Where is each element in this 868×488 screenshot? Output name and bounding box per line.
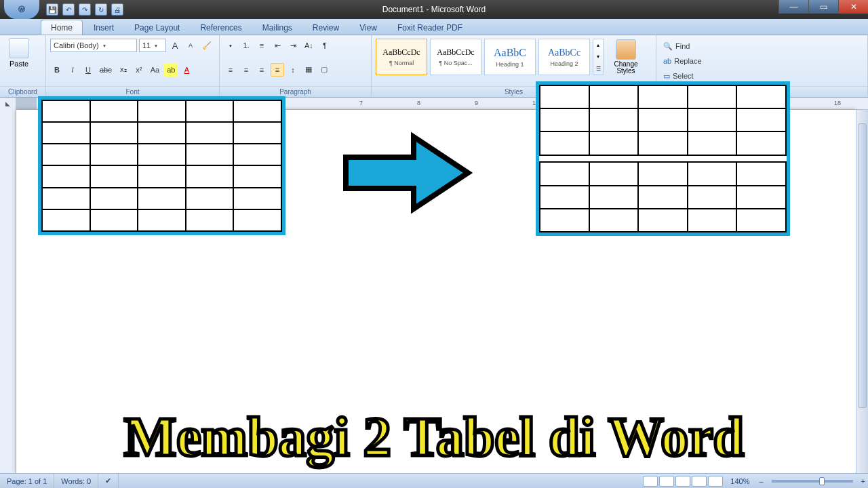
multilevel-button[interactable]: ≡ <box>255 39 269 52</box>
paste-button[interactable]: Paste <box>4 38 34 68</box>
underline-button[interactable]: U <box>81 63 95 77</box>
increase-indent-button[interactable]: ⇥ <box>286 39 300 52</box>
align-left-button[interactable]: ≡ <box>224 63 237 77</box>
group-clipboard-label: Clipboard <box>0 86 45 97</box>
highlight-button[interactable]: ab <box>164 63 178 77</box>
tab-home[interactable]: Home <box>41 20 83 35</box>
style-nospacing[interactable]: AaBbCcDc¶ No Spac... <box>430 39 481 75</box>
strike-button[interactable]: abc <box>97 63 115 77</box>
view-web-layout-button[interactable] <box>675 476 690 487</box>
window-title: Document1 - Microsoft Word <box>382 5 486 14</box>
clear-format-button[interactable]: 🧹 <box>199 39 214 52</box>
view-draft-button[interactable] <box>708 476 723 487</box>
zoom-slider[interactable] <box>772 480 853 483</box>
zoom-level[interactable]: 140% <box>724 474 756 488</box>
status-proof-icon[interactable]: ✔ <box>98 474 119 488</box>
font-family-select[interactable]: Calibri (Body)▾ <box>50 39 137 52</box>
show-marks-button[interactable]: ¶ <box>318 39 332 52</box>
status-bar: Page: 1 of 1 Words: 0 ✔ 140% – + <box>0 473 868 488</box>
styles-more-button[interactable]: ▴▾☰ <box>593 39 604 75</box>
align-center-button[interactable]: ≡ <box>239 63 253 77</box>
qat-redo-icon[interactable]: ↷ <box>79 3 91 16</box>
bullets-button[interactable]: • <box>224 39 237 52</box>
shrink-font-button[interactable]: A <box>184 39 197 52</box>
find-button[interactable]: 🔍Find <box>660 39 863 53</box>
zoom-in-button[interactable]: + <box>859 474 868 488</box>
tab-insert[interactable]: Insert <box>84 20 123 35</box>
align-justify-button[interactable]: ≡ <box>271 63 284 77</box>
ruler-corner[interactable]: ◣ <box>0 98 16 110</box>
zoom-slider-knob[interactable] <box>819 477 825 485</box>
group-clipboard: Paste Clipboard <box>0 35 46 97</box>
decrease-indent-button[interactable]: ⇤ <box>271 39 284 52</box>
sort-button[interactable]: A↓ <box>302 39 316 52</box>
style-heading1[interactable]: AaBbCHeading 1 <box>484 39 536 75</box>
status-words[interactable]: Words: 0 <box>54 474 98 488</box>
arrow-icon <box>339 129 475 217</box>
paste-label: Paste <box>9 60 28 68</box>
borders-button[interactable]: ▢ <box>317 63 331 77</box>
qat-print-icon[interactable]: 🖨 <box>111 3 123 16</box>
replace-button[interactable]: abReplace <box>660 54 863 68</box>
paste-icon <box>9 38 29 58</box>
ruler-mark: 7 <box>359 100 363 106</box>
group-font-label: Font <box>46 86 219 97</box>
tab-review[interactable]: Review <box>303 20 349 35</box>
change-case-button[interactable]: Aa <box>148 63 162 77</box>
style-heading2[interactable]: AaBbCcHeading 2 <box>538 39 590 75</box>
shading-button[interactable]: ▦ <box>302 63 315 77</box>
tab-references[interactable]: References <box>191 20 251 35</box>
select-button[interactable]: ▭Select <box>660 69 863 83</box>
bold-button[interactable]: B <box>50 63 64 77</box>
grow-font-button[interactable]: A <box>168 39 182 52</box>
style-normal[interactable]: AaBbCcDc¶ Normal <box>376 39 427 75</box>
demo-table-after <box>536 81 790 236</box>
change-styles-icon <box>616 39 636 60</box>
group-font: Calibri (Body)▾ 11▾ A A 🧹 B I U abc x₂ x… <box>46 35 220 97</box>
font-color-button[interactable]: A <box>180 63 193 77</box>
svg-marker-0 <box>346 137 468 209</box>
view-outline-button[interactable] <box>692 476 707 487</box>
title-bar: Ⓦ 💾 ↶ ↷ ↻ 🖨 Document1 - Microsoft Word —… <box>0 0 868 19</box>
tab-view[interactable]: View <box>350 20 387 35</box>
line-spacing-button[interactable]: ↕ <box>286 63 300 77</box>
qat-repeat-icon[interactable]: ↻ <box>95 3 107 16</box>
maximize-button[interactable]: ▭ <box>808 0 838 14</box>
change-styles-button[interactable]: Change Styles <box>606 39 646 75</box>
view-full-screen-button[interactable] <box>659 476 674 487</box>
qat-save-icon[interactable]: 💾 <box>46 3 58 16</box>
tab-page-layout[interactable]: Page Layout <box>125 20 189 35</box>
overlay-caption: Membagi 2 Tabel di Word <box>0 405 868 469</box>
minimize-button[interactable]: — <box>778 0 808 14</box>
scrollbar-thumb[interactable] <box>858 123 867 408</box>
group-paragraph-label: Paragraph <box>220 86 371 97</box>
zoom-out-button[interactable]: – <box>756 474 766 488</box>
office-button[interactable]: Ⓦ <box>4 0 39 19</box>
font-size-select[interactable]: 11▾ <box>139 39 166 52</box>
ruler-mark: 9 <box>475 100 478 106</box>
ruler-mark: 8 <box>417 100 420 106</box>
align-right-button[interactable]: ≡ <box>255 63 269 77</box>
close-button[interactable]: ✕ <box>838 0 868 14</box>
ribbon-tabs: Home Insert Page Layout References Maili… <box>0 19 868 35</box>
tab-mailings[interactable]: Mailings <box>253 20 302 35</box>
group-paragraph: • 1. ≡ ⇤ ⇥ A↓ ¶ ≡ ≡ ≡ ≡ ↕ ▦ ▢ Paragraph <box>220 35 372 97</box>
quick-access-toolbar: 💾 ↶ ↷ ↻ 🖨 <box>46 3 123 16</box>
view-print-layout-button[interactable] <box>643 476 658 487</box>
numbering-button[interactable]: 1. <box>239 39 253 52</box>
status-page[interactable]: Page: 1 of 1 <box>0 474 54 488</box>
italic-button[interactable]: I <box>66 63 79 77</box>
demo-table-before <box>38 96 285 235</box>
superscript-button[interactable]: x² <box>132 63 146 77</box>
change-styles-label: Change Styles <box>606 61 646 75</box>
tab-foxit[interactable]: Foxit Reader PDF <box>388 20 472 35</box>
subscript-button[interactable]: x₂ <box>117 63 130 77</box>
qat-undo-icon[interactable]: ↶ <box>62 3 75 16</box>
ruler-mark: 18 <box>834 100 841 106</box>
